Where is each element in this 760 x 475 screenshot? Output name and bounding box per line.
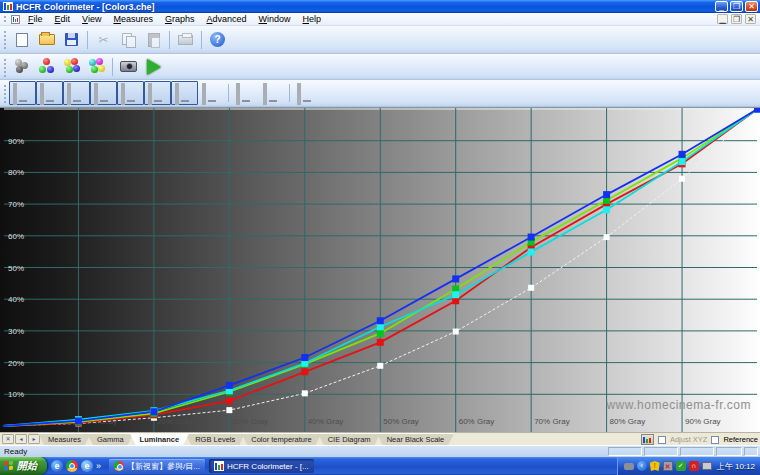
- cut-icon: ✂: [98, 33, 108, 47]
- hcfr-colorimeter-window: HCFR Colorimeter - [Color3.che] _ ❐ ✕ Fi…: [0, 0, 760, 475]
- tab-near-black-scale[interactable]: Near Black Scale: [377, 433, 455, 445]
- menu-help[interactable]: Help: [297, 13, 328, 25]
- antivirus-status-icon[interactable]: ✓: [676, 461, 686, 471]
- quick-launch-overflow[interactable]: »: [96, 461, 101, 471]
- start-button[interactable]: 開始: [0, 457, 47, 475]
- primaries-measure-button[interactable]: [59, 55, 84, 78]
- svg-text:10%: 10%: [8, 390, 24, 399]
- adjust-xyz-checkbox[interactable]: [658, 436, 666, 444]
- measures-grid-icon-2: [263, 85, 283, 102]
- windows-taskbar: 開始 e e » 【新視窗】參與/目... HCFR Colorimeter -…: [0, 457, 760, 475]
- browser-icon[interactable]: e: [81, 460, 93, 472]
- run-measures-button[interactable]: [141, 55, 166, 78]
- close-button[interactable]: ✕: [745, 1, 758, 12]
- secondaries-measure-button[interactable]: [84, 55, 109, 78]
- tab-close-button[interactable]: ✕: [2, 434, 14, 444]
- luminance-graph-icon: [13, 85, 33, 102]
- history-graph-button[interactable]: [117, 81, 144, 105]
- security-shield-icon[interactable]: !: [650, 461, 660, 471]
- near-white-graph-button[interactable]: [198, 81, 225, 105]
- tab-gamma[interactable]: Gamma: [87, 433, 134, 445]
- open-button[interactable]: [34, 28, 59, 51]
- sensor-config-button[interactable]: [9, 55, 34, 78]
- svg-text:60%: 60%: [8, 232, 24, 241]
- print-button[interactable]: [173, 28, 198, 51]
- svg-text:40% Gray: 40% Gray: [308, 417, 344, 426]
- task-button-hcfr[interactable]: HCFR Colorimeter - [...: [209, 459, 314, 473]
- hcfr-mini-icon: [641, 434, 654, 445]
- svg-text:60% Gray: 60% Gray: [459, 417, 495, 426]
- task-button-browser[interactable]: 【新視窗】參與/目...: [109, 459, 205, 473]
- measures-grid-button-1[interactable]: [232, 81, 259, 105]
- minimize-button[interactable]: _: [715, 1, 728, 12]
- status-bar: Ready: [0, 445, 760, 457]
- avira-umbrella-icon[interactable]: ∩: [689, 461, 699, 471]
- paste-button[interactable]: [141, 28, 166, 51]
- save-button[interactable]: [59, 28, 84, 51]
- hcfr-icon: [214, 461, 224, 471]
- new-button[interactable]: [9, 28, 34, 51]
- chrome-icon[interactable]: [66, 460, 78, 472]
- tab-scroll-left-button[interactable]: ◂: [15, 434, 27, 444]
- svg-text:80%: 80%: [8, 168, 24, 177]
- status-panel: [680, 447, 714, 456]
- color-temperature-graph-button[interactable]: [90, 81, 117, 105]
- menu-measures[interactable]: Measures: [107, 13, 159, 25]
- measures-grid-button-2[interactable]: [259, 81, 286, 105]
- tab-scroll-right-button[interactable]: ▸: [28, 434, 40, 444]
- mdi-minimize-button[interactable]: ▁: [717, 14, 728, 24]
- view-tab-bar: ✕ ◂ ▸ Measures Gamma Luminance RGB Level…: [0, 432, 760, 445]
- menu-view[interactable]: View: [76, 13, 107, 25]
- mdi-close-button[interactable]: ✕: [745, 14, 756, 24]
- cie-diagram-graph-button[interactable]: [144, 81, 171, 105]
- system-tray: ‹ ! ✕ ✓ ∩ 上午 10:12: [617, 457, 760, 475]
- window-title: HCFR Colorimeter - [Color3.che]: [16, 2, 715, 12]
- tab-luminance[interactable]: Luminance: [130, 433, 190, 445]
- gamma-graph-button[interactable]: [36, 81, 63, 105]
- svg-text:70%: 70%: [8, 200, 24, 209]
- near-black-graph-button[interactable]: [171, 81, 198, 105]
- menu-advanced[interactable]: Advanced: [200, 13, 252, 25]
- measures-grid-icon-3: [297, 85, 317, 102]
- reference-checkbox[interactable]: [711, 436, 719, 444]
- snapshot-button[interactable]: [116, 55, 141, 78]
- tab-color-temperature[interactable]: Color temperature: [241, 433, 321, 445]
- graphs-toolbar: [0, 80, 760, 107]
- luminance-graph-button[interactable]: [9, 81, 36, 105]
- network-offline-icon[interactable]: ✕: [663, 461, 673, 471]
- measures-toolbar: [0, 54, 760, 80]
- menu-edit[interactable]: Edit: [49, 13, 77, 25]
- tab-cie-diagram[interactable]: CIE Diagram: [318, 433, 381, 445]
- toolbar-grip: [2, 29, 7, 51]
- display-settings-icon[interactable]: [702, 462, 712, 470]
- rgb-levels-graph-icon: [67, 85, 87, 102]
- menu-graphs[interactable]: Graphs: [159, 13, 201, 25]
- quick-launch: e e »: [47, 460, 105, 472]
- copy-button[interactable]: [116, 28, 141, 51]
- rgb-measure-button[interactable]: [34, 55, 59, 78]
- resize-grip[interactable]: [744, 447, 758, 456]
- tab-measures[interactable]: Measures: [38, 433, 91, 445]
- cut-button[interactable]: ✂: [91, 28, 116, 51]
- ie-icon[interactable]: e: [51, 460, 63, 472]
- mdi-restore-button[interactable]: ❐: [731, 14, 742, 24]
- color-temperature-graph-icon: [94, 85, 114, 102]
- rgb-levels-graph-button[interactable]: [63, 81, 90, 105]
- title-bar: HCFR Colorimeter - [Color3.che] _ ❐ ✕: [0, 0, 760, 13]
- menu-file[interactable]: File: [22, 13, 49, 25]
- svg-text:80% Gray: 80% Gray: [610, 417, 646, 426]
- messenger-icon[interactable]: ‹: [637, 461, 647, 471]
- help-button[interactable]: ?: [205, 28, 230, 51]
- sensor-config-icon: [13, 58, 31, 75]
- usb-device-icon[interactable]: [624, 463, 634, 470]
- adjust-xyz-label: Adjust XYZ: [670, 435, 708, 444]
- measures-grid-button-3[interactable]: [293, 81, 320, 105]
- status-panel: [644, 447, 678, 456]
- history-graph-icon: [121, 85, 141, 102]
- restore-button[interactable]: ❐: [730, 1, 743, 12]
- menubar-grip: [2, 14, 7, 24]
- menu-window[interactable]: Window: [253, 13, 297, 25]
- tab-rgb-levels[interactable]: RGB Levels: [185, 433, 245, 445]
- measures-grid-icon-1: [236, 85, 256, 102]
- new-icon: [16, 33, 28, 47]
